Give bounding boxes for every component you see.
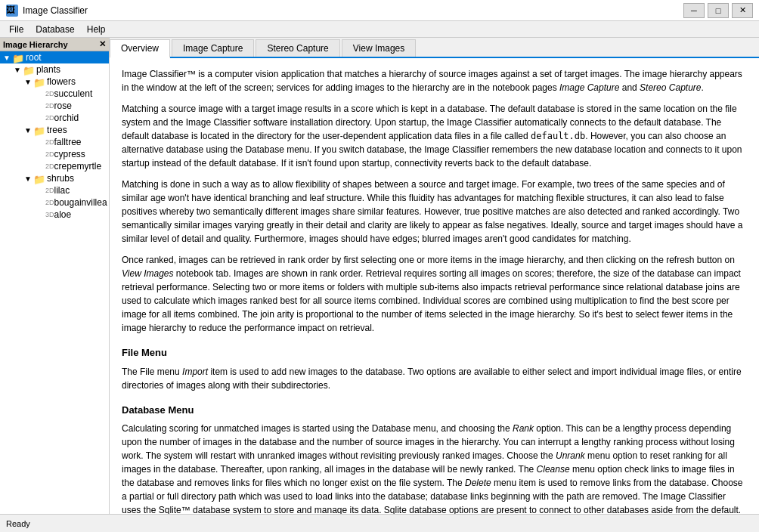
tree-row-root[interactable]: ▼📁root xyxy=(0,51,109,63)
tree-label-rose: rose xyxy=(54,101,72,111)
database-menu-paragraph: Calculating scoring for unmatched images… xyxy=(122,422,747,514)
left-panel-close-button[interactable]: ✕ xyxy=(99,39,106,49)
matching-paragraph: Matching a source image with a target im… xyxy=(122,102,747,170)
tree-label-flowers: flowers xyxy=(47,76,76,87)
tree-row-trees[interactable]: ▼📁trees xyxy=(0,124,109,136)
tree-label-orchid: orchid xyxy=(54,113,79,123)
tree-label-shrubs: shrubs xyxy=(47,173,74,184)
tree-expand-trees[interactable]: ▼ xyxy=(23,126,33,135)
main-layout: Image Hierarchy ✕ ▼📁root▼📁plants▼📁flower… xyxy=(0,38,759,514)
tree-row-falltree[interactable]: 2Dfalltree xyxy=(0,136,109,148)
tree-expand-flowers[interactable]: ▼ xyxy=(23,78,33,86)
intro-paragraph: Image Classifier™ is a computer vision a… xyxy=(122,67,747,94)
leaf-badge-bougainvillea: 2D xyxy=(45,199,54,206)
tree-label-lilac: lilac xyxy=(54,185,70,196)
tabs-bar: OverviewImage CaptureStereo CaptureView … xyxy=(110,38,759,58)
tree-label-plants: plants xyxy=(36,64,60,75)
leaf-badge-crepemyrtle: 2D xyxy=(45,162,54,170)
tree-row-shrubs[interactable]: ▼📁shrubs xyxy=(0,172,109,184)
tree-label-crepemyrtle: crepemyrtle xyxy=(54,161,102,172)
ranking-paragraph: Once ranked, images can be retrieved in … xyxy=(122,253,747,335)
tree-row-rose[interactable]: 2Drose xyxy=(0,100,109,112)
left-panel-header: Image Hierarchy ✕ xyxy=(0,38,109,51)
tree-label-trees: trees xyxy=(47,125,67,135)
leaf-badge-orchid: 2D xyxy=(45,114,54,122)
title-bar-controls: ─ □ ✕ xyxy=(683,3,753,18)
tab-view-images[interactable]: View Images xyxy=(342,39,416,57)
folder-icon-trees: 📁 xyxy=(33,125,45,135)
tree-row-plants[interactable]: ▼📁plants xyxy=(0,63,109,76)
maximize-button[interactable]: □ xyxy=(708,3,729,18)
title-bar-left: 🖼 Image Classifier xyxy=(6,5,88,17)
tree-label-succulent: succulent xyxy=(54,88,93,99)
tree-row-flowers[interactable]: ▼📁flowers xyxy=(0,76,109,88)
leaf-badge-rose: 2D xyxy=(45,102,54,110)
tree-expand-root[interactable]: ▼ xyxy=(2,54,12,62)
tree-label-falltree: falltree xyxy=(54,137,82,147)
tree-expand-shrubs[interactable]: ▼ xyxy=(23,175,33,183)
folder-icon-plants: 📁 xyxy=(23,65,35,74)
tab-image-capture[interactable]: Image Capture xyxy=(172,39,254,57)
tree-row-orchid[interactable]: 2Dorchid xyxy=(0,112,109,124)
title-bar: 🖼 Image Classifier ─ □ ✕ xyxy=(0,0,759,21)
leaf-badge-cypress: 2D xyxy=(45,150,54,158)
tree-row-crepemyrtle[interactable]: 2Dcrepemyrtle xyxy=(0,160,109,172)
folder-icon-root: 📁 xyxy=(12,53,24,62)
tree-label-bougainvillea: bougainvillea xyxy=(54,197,107,208)
file-menu-heading: File Menu xyxy=(122,345,747,360)
menu-database[interactable]: Database xyxy=(29,23,80,36)
folder-icon-shrubs: 📁 xyxy=(33,174,45,183)
database-menu-heading: Database Menu xyxy=(122,403,747,418)
minimize-button[interactable]: ─ xyxy=(683,3,705,18)
left-panel: Image Hierarchy ✕ ▼📁root▼📁plants▼📁flower… xyxy=(0,38,110,514)
tree-row-bougainvillea[interactable]: 2Dbougainvillea xyxy=(0,196,109,209)
tree-label-aloe: aloe xyxy=(54,209,72,220)
folder-icon-flowers: 📁 xyxy=(33,77,45,86)
menu-bar: File Database Help xyxy=(0,21,759,38)
status-text: Ready xyxy=(6,519,30,528)
leaf-badge-lilac: 2D xyxy=(45,187,54,194)
right-panel: OverviewImage CaptureStereo CaptureView … xyxy=(110,38,759,514)
app-icon: 🖼 xyxy=(6,5,18,17)
tree-row-cypress[interactable]: 2Dcypress xyxy=(0,148,109,160)
file-menu-paragraph: The File menu Import item is used to add… xyxy=(122,365,747,392)
tab-stereo-capture[interactable]: Stereo Capture xyxy=(256,39,339,57)
status-bar: Ready xyxy=(0,514,759,532)
close-button[interactable]: ✕ xyxy=(732,3,753,18)
content-area[interactable]: Image Classifier™ is a computer vision a… xyxy=(110,58,759,514)
tree-row-lilac[interactable]: 2Dlilac xyxy=(0,184,109,196)
tree-row-succulent[interactable]: 2Dsucculent xyxy=(0,88,109,100)
matching2-paragraph: Matching is done in such a way as to all… xyxy=(122,178,747,246)
tree-row-aloe[interactable]: 3Daloe xyxy=(0,209,109,221)
title-bar-title: Image Classifier xyxy=(23,5,88,16)
tab-overview[interactable]: Overview xyxy=(110,39,170,58)
tree-label-cypress: cypress xyxy=(54,149,85,159)
menu-help[interactable]: Help xyxy=(81,23,112,36)
tree-label-root: root xyxy=(26,52,42,63)
tree-container[interactable]: ▼📁root▼📁plants▼📁flowers2Dsucculent2Drose… xyxy=(0,51,109,514)
left-panel-title: Image Hierarchy xyxy=(3,40,68,49)
tree-expand-plants[interactable]: ▼ xyxy=(12,66,23,74)
leaf-badge-falltree: 2D xyxy=(45,138,54,146)
leaf-badge-succulent: 2D xyxy=(45,90,54,97)
menu-file[interactable]: File xyxy=(3,23,29,36)
leaf-badge-aloe: 3D xyxy=(45,211,54,218)
